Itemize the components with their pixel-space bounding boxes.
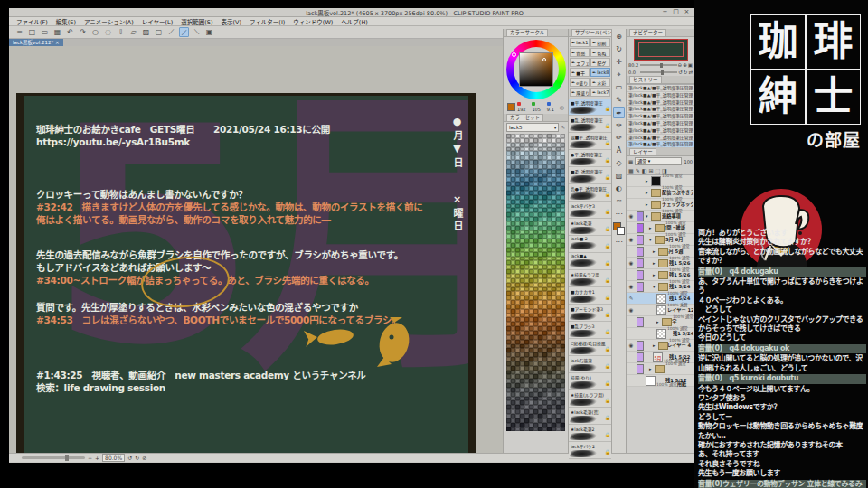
tool-icon[interactable]: ▨ bbox=[613, 170, 625, 182]
subtool-item[interactable]: ✒色ぬ bbox=[590, 48, 610, 57]
brush-row[interactable]: lack■ 2🔒 bbox=[569, 236, 611, 253]
brush-row[interactable]: ■カサカサ1🔒 bbox=[569, 287, 611, 305]
tool-icon[interactable]: ≈ bbox=[613, 195, 625, 207]
navigator-zoom-slider[interactable] bbox=[640, 64, 677, 66]
history-row[interactable]: 筆/lack■▲/■平_透明度筆圧管理 bbox=[627, 127, 694, 135]
tool-icon[interactable]: ◇ bbox=[613, 157, 625, 169]
folder-toggle-icon[interactable]: ▸ bbox=[646, 190, 650, 195]
brush-row[interactable]: ★lack毛筆🔒 bbox=[569, 219, 611, 236]
menu-item[interactable]: ヘルプ(H) bbox=[341, 17, 367, 26]
canvas-area[interactable]: 5月 珈琲紳士のお絵かきcafe GETS曜日 2021/05/24 16:13… bbox=[9, 46, 503, 453]
tool-icon[interactable]: ⋯ bbox=[613, 208, 625, 220]
subtool-item[interactable]: ✒lack7 bbox=[590, 88, 610, 97]
layer-visibility-icon[interactable]: ◉ bbox=[627, 213, 636, 219]
document-tab[interactable]: lack黒板vol.212* × bbox=[9, 39, 63, 46]
tool-icon[interactable]: ✎ bbox=[613, 94, 625, 106]
layer-toolbar-icon[interactable]: ✎ bbox=[636, 167, 640, 174]
fg-bg-color-swatches[interactable] bbox=[613, 222, 625, 235]
background-color-swatch[interactable] bbox=[617, 227, 625, 235]
zoom-out-icon[interactable]: − bbox=[88, 455, 92, 461]
brush-row[interactable]: C斑模様/毛目掠風🔒 bbox=[569, 339, 611, 356]
history-row[interactable]: 筆/lack■▲/■平_透明度筆圧管理 bbox=[627, 92, 694, 99]
tab-layers[interactable]: レイヤー bbox=[629, 148, 656, 155]
folder-toggle-icon[interactable]: ▸ bbox=[653, 343, 657, 348]
brush-row[interactable]: 掠風(やり)🔒 bbox=[569, 373, 611, 390]
brush-row[interactable]: ★lack毛筆2🔒 bbox=[569, 425, 611, 442]
tool-icon[interactable]: ✒ bbox=[613, 107, 625, 118]
brush-row[interactable]: ★lack毛筆(荒)🔒 bbox=[569, 408, 611, 425]
brush-row[interactable]: ■乱_透明度筆圧🔒 bbox=[569, 116, 611, 133]
tool-icon[interactable]: ⌖ bbox=[613, 69, 625, 80]
close-button[interactable]: × bbox=[683, 8, 691, 16]
color-swatch[interactable] bbox=[561, 427, 565, 432]
layer-visibility-icon[interactable]: ✎ bbox=[627, 296, 636, 301]
toolbar-icon[interactable]: ⟋ bbox=[179, 27, 189, 37]
subtool-item[interactable]: ✒■干 bbox=[570, 68, 590, 77]
brush-row[interactable]: ■乱ブラシ3🔒 bbox=[569, 322, 611, 339]
menu-item[interactable]: アニメーション(A) bbox=[84, 17, 134, 26]
folder-toggle-icon[interactable]: ▸ bbox=[646, 202, 650, 207]
toolbar-icon[interactable]: ⟋ bbox=[166, 27, 176, 37]
toolbar-icon[interactable]: ⟍ bbox=[192, 27, 202, 37]
menu-item[interactable]: ファイル(F) bbox=[16, 17, 48, 26]
tab-navigator[interactable]: ナビゲーター bbox=[629, 29, 666, 36]
folder-toggle-icon[interactable]: ▾ bbox=[646, 213, 650, 219]
toolbar-icon[interactable]: □ bbox=[27, 27, 37, 37]
toolbar-icon[interactable]: ▭ bbox=[40, 27, 50, 37]
brush-row[interactable]: lack万能筆🔒 bbox=[569, 356, 611, 373]
folder-toggle-icon[interactable]: ▸ bbox=[649, 366, 654, 371]
menu-item[interactable]: レイヤー(L) bbox=[142, 17, 174, 26]
navigator-thumbnail[interactable] bbox=[634, 39, 688, 61]
subtool-item[interactable]: ✒e塗り bbox=[570, 78, 590, 87]
brush-row[interactable]: ★掠風(ルラフ用)🔒 bbox=[569, 390, 611, 408]
sv-square[interactable] bbox=[519, 52, 553, 87]
rotate-left-icon[interactable]: ↺ bbox=[127, 455, 132, 461]
colorset-preset-select[interactable]: lack5▾ bbox=[506, 123, 559, 132]
brush-row[interactable]: ■アーモンド筆3🔒 bbox=[569, 305, 611, 322]
fit-icon[interactable]: ▣ bbox=[688, 62, 693, 68]
subtool-item[interactable]: ✒質感 bbox=[570, 48, 590, 57]
zoom-out-icon[interactable]: ⊖ bbox=[678, 62, 683, 68]
toolbar-icon[interactable]: ▣ bbox=[204, 27, 214, 37]
folder-toggle-icon[interactable]: ▸ bbox=[646, 178, 650, 183]
brush-row[interactable]: lack■▲🔒 bbox=[569, 253, 611, 270]
subtool-item[interactable]: ✒lack8 bbox=[590, 68, 610, 77]
history-row[interactable]: 筆/lack■▲/■平_透明度筆圧管理 bbox=[627, 85, 694, 92]
toolbar-icon[interactable]: ≡ bbox=[14, 27, 24, 37]
folder-toggle-icon[interactable]: ▾ bbox=[653, 284, 657, 289]
brush-row[interactable]: ■毛_透明度筆圧🔒 bbox=[569, 167, 611, 184]
menu-item[interactable]: 選択範囲(S) bbox=[181, 17, 212, 26]
toolbar-icon[interactable]: ○ bbox=[90, 27, 100, 37]
toolbar-icon[interactable]: ◌ bbox=[103, 27, 113, 37]
layer-visibility-icon[interactable]: ◉ bbox=[627, 284, 636, 289]
subtool-item[interactable]: ✒水彩 bbox=[590, 78, 610, 87]
foreground-color-swatch[interactable] bbox=[507, 103, 515, 111]
folder-toggle-icon[interactable]: ▸ bbox=[656, 319, 661, 324]
tool-icon[interactable]: ✑ bbox=[613, 119, 625, 131]
tool-icon[interactable]: ↻ bbox=[613, 43, 625, 55]
layer-visibility-icon[interactable]: ◉ bbox=[627, 260, 636, 266]
menu-item[interactable]: 表示(V) bbox=[221, 17, 241, 26]
brush-row[interactable]: lack平バケ3🔒 bbox=[569, 202, 611, 219]
tool-icon[interactable]: ◐ bbox=[613, 183, 625, 194]
layer-toolbar-icon[interactable]: ⬚ bbox=[655, 167, 660, 174]
subtool-item[interactable]: ✒エフェ bbox=[570, 58, 590, 67]
color-settings-icon[interactable]: ◎ bbox=[560, 104, 564, 110]
tool-icon[interactable]: ▭ bbox=[613, 81, 625, 93]
blackboard-canvas[interactable]: 5月 珈琲紳士のお絵かきcafe GETS曜日 2021/05/24 16:13… bbox=[16, 93, 476, 459]
layer-row[interactable]: 100% 通常用紙 bbox=[627, 375, 694, 387]
reset-view-icon[interactable]: ⊘ bbox=[142, 455, 146, 461]
toolbar-icon[interactable]: ⇩ bbox=[116, 27, 126, 37]
history-row[interactable]: 筆/lack■▲/■平_透明度筆圧管理 bbox=[627, 99, 694, 107]
tool-icon[interactable]: ✛ bbox=[613, 56, 625, 68]
subtool-item[interactable]: ✒配グ bbox=[590, 58, 610, 67]
subtool-item[interactable]: ✒lack1 bbox=[570, 38, 590, 47]
tab-color-set[interactable]: カラーセット bbox=[506, 114, 543, 121]
maximize-button[interactable]: □ bbox=[672, 8, 680, 16]
layer-toolbar-icon[interactable]: ▦ bbox=[628, 167, 634, 174]
history-row[interactable]: 筆/lack■▲/■平_透明度筆圧管理 bbox=[627, 141, 694, 148]
history-row[interactable]: 筆/lack■▲/■平_透明度筆圧管理 bbox=[627, 120, 694, 127]
brush-row[interactable]: lack平バケ2🔒 bbox=[569, 442, 611, 459]
brush-row[interactable]: 混■平_透明度筆圧🔒 bbox=[569, 133, 611, 150]
folder-toggle-icon[interactable]: ▸ bbox=[653, 272, 657, 277]
